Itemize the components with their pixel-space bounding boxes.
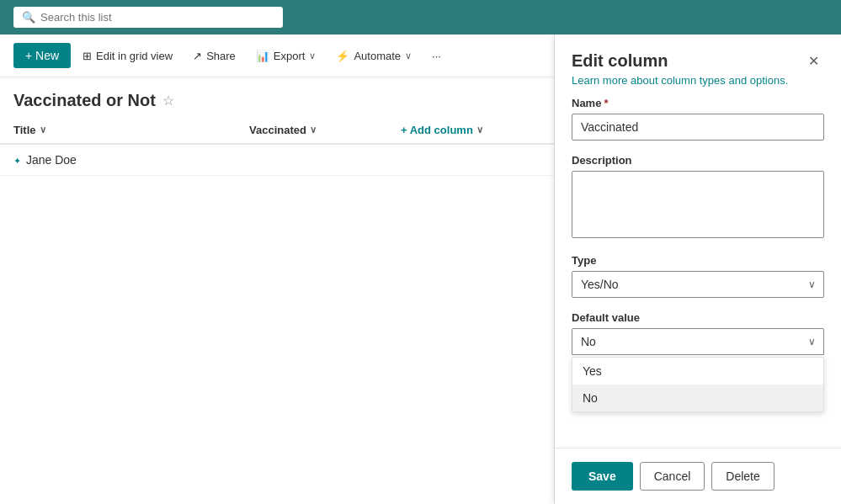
chevron-down-icon: ∨ [310,125,317,135]
top-bar: 🔍 [0,0,841,34]
search-box[interactable]: 🔍 [13,7,283,28]
default-value-field-group: Default value No ∨ Yes No [572,311,824,412]
main-content: + New ⊞ Edit in grid view ↗ Share 📊 Expo… [0,34,841,504]
type-select[interactable]: Yes/No [572,271,824,298]
type-field-group: Type Yes/No ∨ [572,254,824,298]
chevron-down-icon: ∨ [309,50,316,61]
search-input[interactable] [40,11,274,24]
share-button[interactable]: ↗ Share [184,45,244,67]
list-table: Title ∨ Vaccinated ∨ + A [0,117,554,504]
default-value-label: Default value [572,311,824,324]
chevron-down-icon: ∨ [405,50,412,61]
row-icon: ✦ [13,156,21,166]
description-label: Description [572,154,824,167]
panel-body: Name * Description Type Yes/No [555,97,841,448]
edit-grid-view-button[interactable]: ⊞ Edit in grid view [74,45,181,67]
save-button[interactable]: Save [572,462,633,491]
search-icon: 🔍 [22,11,35,24]
list-header: Vaccinated or Not ☆ [0,77,554,117]
name-input[interactable] [572,114,824,141]
name-field-group: Name * [572,97,824,141]
dropdown-item-no[interactable]: No [572,385,823,411]
dropdown-item-yes[interactable]: Yes [572,358,823,385]
edit-column-panel: Edit column ✕ Learn more about column ty… [555,34,841,504]
chevron-down-icon: ∨ [476,125,483,135]
description-field-group: Description [572,154,824,241]
cell-vaccinated [236,144,387,176]
type-select-wrapper: Yes/No ∨ [572,271,824,298]
learn-more-link[interactable]: Learn more about column types and option… [555,71,841,97]
export-icon: 📊 [256,50,269,62]
panel-title: Edit column [572,51,668,71]
panel-footer: Save Cancel Delete [555,448,841,504]
list-title: Vaccinated or Not [13,91,156,110]
column-header-vaccinated[interactable]: Vaccinated ∨ [236,117,387,144]
close-button[interactable]: ✕ [803,51,824,71]
cell-title[interactable]: ✦ Jane Doe [0,144,236,176]
default-value-dropdown: Yes No [572,357,824,412]
new-button[interactable]: + New [13,43,71,68]
type-label: Type [572,254,824,267]
required-star: * [604,97,608,109]
left-panel: + New ⊞ Edit in grid view ↗ Share 📊 Expo… [0,34,555,504]
default-value-select[interactable]: No [572,328,824,355]
add-column-button[interactable]: + Add column ∨ [387,117,554,144]
column-header-title[interactable]: Title ∨ [0,117,236,144]
description-input[interactable] [572,171,824,238]
panel-header: Edit column ✕ [555,34,841,71]
name-label: Name * [572,97,824,109]
toolbar: + New ⊞ Edit in grid view ↗ Share 📊 Expo… [0,34,554,77]
default-value-select-wrapper: No ∨ [572,328,824,355]
chevron-down-icon: ∨ [40,125,46,135]
export-button[interactable]: 📊 Export ∨ [248,45,325,67]
star-icon[interactable]: ☆ [162,93,174,109]
automate-button[interactable]: ⚡ Automate ∨ [327,45,420,67]
automate-icon: ⚡ [336,50,349,62]
delete-button[interactable]: Delete [711,462,774,491]
table-row: ✦ Jane Doe [0,144,554,176]
grid-icon: ⊞ [83,50,92,62]
more-button[interactable]: ··· [423,45,450,67]
share-icon: ↗ [193,50,202,62]
cancel-button[interactable]: Cancel [640,462,705,491]
